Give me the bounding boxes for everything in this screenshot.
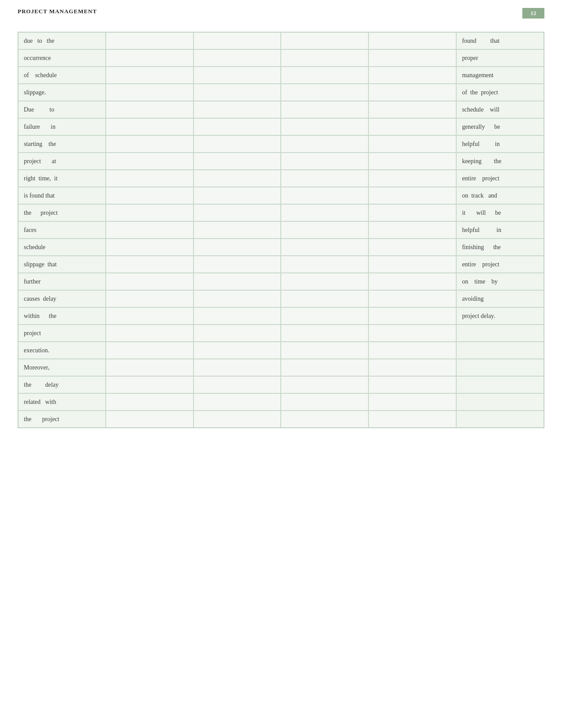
table-middle-cell [106, 342, 194, 359]
table-middle-cell [281, 204, 368, 221]
table-row: right time, it [18, 170, 106, 187]
table-row: schedule [18, 239, 106, 256]
right-cell-text: finishing the [462, 243, 501, 252]
table-middle-cell [106, 84, 194, 101]
table-middle-cell [281, 101, 368, 118]
table-middle-cell [194, 67, 281, 84]
table-grid: due to thefound thatoccurrenceproperof s… [18, 32, 544, 428]
left-cell-text: the project [24, 414, 59, 424]
table-row: keeping the [456, 153, 544, 170]
table-middle-cell [106, 101, 194, 118]
table-middle-cell [281, 67, 368, 84]
table-middle-cell [194, 101, 281, 118]
table-middle-cell [368, 325, 456, 342]
table-row [456, 325, 544, 342]
table-row: avoiding [456, 290, 544, 307]
right-cell-text: schedule will [462, 105, 499, 114]
table-middle-cell [194, 393, 281, 411]
table-middle-cell [368, 273, 456, 290]
table-middle-cell [281, 84, 368, 101]
table-middle-cell [106, 170, 194, 187]
table-middle-cell [106, 67, 194, 84]
table-middle-cell [368, 187, 456, 204]
table-middle-cell [281, 290, 368, 307]
table-row: on track and [456, 187, 544, 204]
left-cell-text: the delay [24, 380, 59, 389]
table-middle-cell [368, 84, 456, 101]
left-cell-text: project [24, 329, 41, 338]
table-row: is found that [18, 187, 106, 204]
left-cell-text: project at [24, 157, 56, 166]
table-middle-cell [281, 221, 368, 239]
right-cell-text: keeping the [462, 157, 501, 166]
table-middle-cell [281, 256, 368, 273]
table-middle-cell [194, 204, 281, 221]
left-cell-text: is found that [24, 191, 55, 200]
table-middle-cell [368, 67, 456, 84]
table-middle-cell [194, 170, 281, 187]
table-middle-cell [106, 204, 194, 221]
table-middle-cell [281, 359, 368, 376]
table-row: causes delay [18, 290, 106, 307]
table-middle-cell [106, 256, 194, 273]
table-middle-cell [106, 411, 194, 428]
table-middle-cell [281, 135, 368, 153]
table-middle-cell [106, 153, 194, 170]
page-title: PROJECT MANAGEMENT [18, 8, 97, 15]
table-middle-cell [368, 411, 456, 428]
table-row: helpful in [456, 221, 544, 239]
table-middle-cell [106, 187, 194, 204]
table-middle-cell [106, 359, 194, 376]
left-cell-text: occurrence [24, 53, 51, 63]
content-table: due to thefound thatoccurrenceproperof s… [18, 32, 544, 428]
table-row: project at [18, 153, 106, 170]
table-middle-cell [194, 256, 281, 273]
table-middle-cell [281, 187, 368, 204]
right-cell-text: project delay. [462, 311, 495, 321]
table-middle-cell [281, 342, 368, 359]
table-middle-cell [106, 221, 194, 239]
table-middle-cell [194, 221, 281, 239]
table-middle-cell [194, 153, 281, 170]
table-middle-cell [368, 239, 456, 256]
table-middle-cell [194, 273, 281, 290]
table-row: slippage. [18, 84, 106, 101]
table-row: proper [456, 49, 544, 67]
left-cell-text: faces [24, 225, 37, 235]
table-middle-cell [368, 256, 456, 273]
table-middle-cell [368, 221, 456, 239]
table-row: starting the [18, 135, 106, 153]
table-row: the project [18, 204, 106, 221]
table-row: related with [18, 393, 106, 411]
table-row: further [18, 273, 106, 290]
right-cell-text: avoiding [462, 294, 484, 303]
table-row [456, 376, 544, 393]
left-cell-text: slippage that [24, 260, 57, 269]
left-cell-text: of schedule [24, 71, 57, 80]
table-row: of schedule [18, 67, 106, 84]
table-row: occurrence [18, 49, 106, 67]
table-row: execution. [18, 342, 106, 359]
table-row: Due to [18, 101, 106, 118]
left-cell-text: failure in [24, 122, 56, 131]
table-middle-cell [281, 307, 368, 325]
table-middle-cell [106, 376, 194, 393]
table-middle-cell [368, 393, 456, 411]
table-middle-cell [106, 290, 194, 307]
left-cell-text: right time, it [24, 174, 58, 183]
table-middle-cell [194, 118, 281, 135]
table-row: it will be [456, 204, 544, 221]
right-cell-text: management [462, 71, 494, 80]
table-middle-cell [368, 376, 456, 393]
table-middle-cell [281, 118, 368, 135]
table-middle-cell [194, 359, 281, 376]
table-middle-cell [194, 411, 281, 428]
table-middle-cell [281, 170, 368, 187]
table-row: project delay. [456, 307, 544, 325]
table-middle-cell [368, 153, 456, 170]
table-middle-cell [281, 411, 368, 428]
table-row: management [456, 67, 544, 84]
table-middle-cell [368, 170, 456, 187]
table-middle-cell [281, 239, 368, 256]
table-row: the delay [18, 376, 106, 393]
